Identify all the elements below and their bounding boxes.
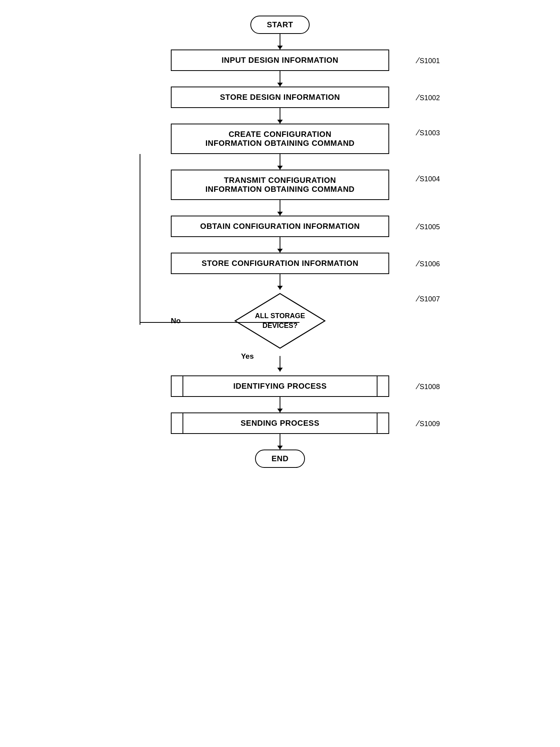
s1008-label: IDENTIFYING PROCESS	[233, 382, 327, 390]
s1006-step: ∕S1006	[417, 258, 440, 269]
flowchart: START INPUT DESIGN INFORMATION ∕S1001 ST…	[105, 16, 455, 468]
s1007-decision: ALL STORAGE DEVICES? No ∕S1007	[105, 290, 455, 352]
s1008-text: IDENTIFYING PROCESS	[183, 376, 377, 396]
s1007-label: ALL STORAGE DEVICES?	[255, 311, 305, 331]
loop-section: TRANSMIT CONFIGURATION INFORMATION OBTAI…	[105, 154, 455, 352]
s1002-label: STORE DESIGN INFORMATION	[220, 93, 340, 101]
yes-section: Yes	[280, 352, 280, 372]
s1004-step: ∕S1004	[417, 173, 440, 184]
s1003-step: ∕S1003	[417, 127, 440, 138]
s1009-text: SENDING PROCESS	[183, 413, 377, 433]
s1005-label: OBTAIN CONFIGURATION INFORMATION	[200, 222, 360, 230]
arrow-s1006-s1007	[280, 274, 280, 290]
arrow-s1009-end	[280, 434, 280, 450]
s1009-left-border	[172, 413, 183, 433]
s1005-step: ∕S1005	[417, 221, 440, 232]
s1009-step: ∕S1009	[417, 418, 440, 428]
s1001-step: ∕S1001	[417, 55, 440, 65]
s1008-left-border	[172, 376, 183, 396]
s1002-node: STORE DESIGN INFORMATION	[171, 87, 389, 108]
arrow-s1008-s1009	[280, 397, 280, 412]
s1009-right-border	[377, 413, 388, 433]
s1006-node: STORE CONFIGURATION INFORMATION	[171, 253, 389, 274]
arrow-s1001-s1002	[280, 71, 280, 87]
yes-label: Yes	[241, 352, 254, 361]
s1001-node: INPUT DESIGN INFORMATION	[171, 50, 389, 71]
start-node: START	[250, 16, 310, 34]
s1008-node: IDENTIFYING PROCESS	[171, 375, 389, 397]
end-label: END	[271, 454, 289, 463]
no-label: No	[171, 317, 181, 325]
arrow-s1004-s1005	[280, 200, 280, 216]
s1006-label: STORE CONFIGURATION INFORMATION	[202, 259, 358, 267]
s1002-step: ∕S1002	[417, 92, 440, 103]
s1009-node: SENDING PROCESS	[171, 412, 389, 434]
end-node: END	[255, 450, 305, 468]
s1009-label: SENDING PROCESS	[241, 419, 319, 427]
s1001-label: INPUT DESIGN INFORMATION	[222, 56, 338, 64]
s1005-node: OBTAIN CONFIGURATION INFORMATION	[171, 216, 389, 237]
arrow-s1005-s1006	[280, 237, 280, 253]
arrow-s1003-s1004	[280, 154, 280, 170]
s1008-right-border	[377, 376, 388, 396]
s1004-node: TRANSMIT CONFIGURATION INFORMATION OBTAI…	[171, 170, 389, 200]
arrow-s1007-s1008	[280, 356, 280, 372]
s1004-label: TRANSMIT CONFIGURATION INFORMATION OBTAI…	[206, 176, 355, 193]
s1008-step: ∕S1008	[417, 381, 440, 391]
s1007-step: ∕S1007	[417, 294, 440, 304]
start-label: START	[267, 20, 293, 29]
s1003-label: CREATE CONFIGURATION INFORMATION OBTAINI…	[206, 130, 355, 147]
arrow-s1002-s1003	[280, 108, 280, 124]
arrow-start-s1001	[280, 34, 280, 50]
s1003-node: CREATE CONFIGURATION INFORMATION OBTAINI…	[171, 124, 389, 154]
